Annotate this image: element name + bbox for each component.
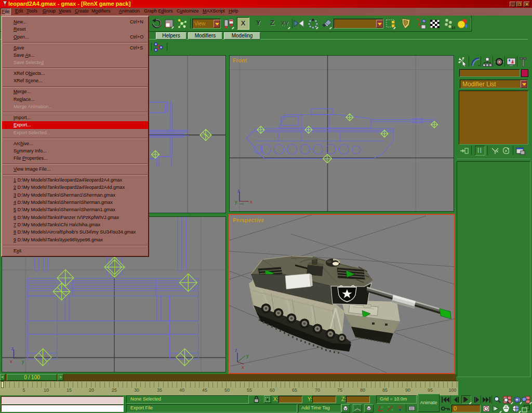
svg-text:y: y: [22, 359, 24, 364]
svg-text:x: x: [242, 365, 244, 370]
svg-text:x: x: [250, 199, 252, 204]
svg-text:z: z: [235, 347, 237, 353]
svg-text:10: 10: [451, 26, 455, 30]
svg-text:y: y: [246, 353, 249, 358]
svg-text:x: x: [10, 359, 12, 364]
svg-text:Front: Front: [233, 58, 247, 63]
svg-text:Perspective: Perspective: [233, 217, 264, 223]
svg-text:y: y: [235, 199, 237, 204]
